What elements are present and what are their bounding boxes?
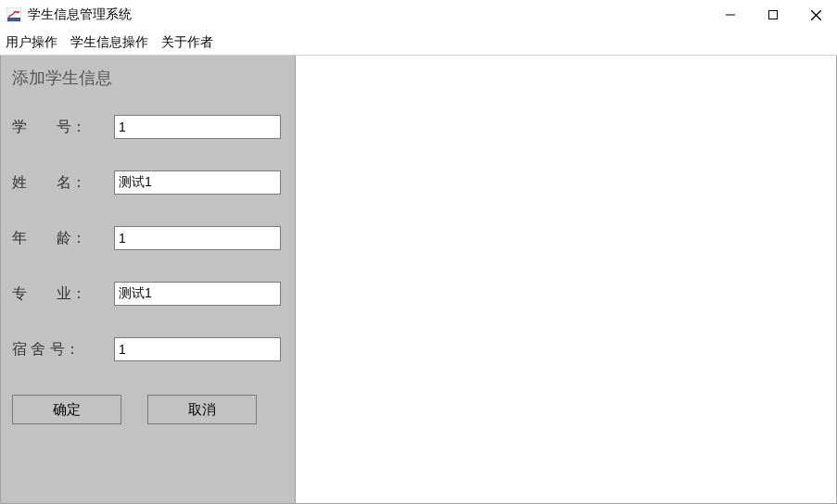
row-name: 姓 名： <box>12 170 285 195</box>
right-panel <box>296 56 836 503</box>
row-student-id: 学 号： <box>12 115 285 139</box>
titlebar: 学生信息管理系统 <box>0 0 837 30</box>
svg-rect-3 <box>769 11 778 19</box>
label-major: 专 业： <box>12 284 114 304</box>
label-student-id: 学 号： <box>12 118 114 137</box>
menu-about-author[interactable]: 关于作者 <box>161 34 213 51</box>
menubar: 用户操作 学生信息操作 关于作者 <box>0 30 837 56</box>
input-major[interactable] <box>114 282 281 306</box>
row-age: 年 龄： <box>12 226 285 250</box>
menu-student-info-ops[interactable]: 学生信息操作 <box>70 34 148 51</box>
window-title: 学生信息管理系统 <box>28 6 132 23</box>
content-area: 添加学生信息 学 号： 姓 名： 年 龄： 专 业： 宿 舍 号： 确定 取消 <box>0 56 837 504</box>
label-name: 姓 名： <box>12 173 114 193</box>
form-panel: 添加学生信息 学 号： 姓 名： 年 龄： 专 业： 宿 舍 号： 确定 取消 <box>1 56 296 503</box>
app-icon <box>6 6 22 23</box>
maximize-button[interactable] <box>752 0 794 30</box>
form-title: 添加学生信息 <box>12 67 285 89</box>
input-dorm[interactable] <box>114 337 281 361</box>
svg-rect-1 <box>7 18 20 21</box>
input-age[interactable] <box>114 226 281 250</box>
label-age: 年 龄： <box>12 229 114 248</box>
label-dorm: 宿 舍 号： <box>12 340 114 359</box>
input-student-id[interactable] <box>114 115 281 139</box>
window-controls <box>709 0 837 30</box>
cancel-button[interactable]: 取消 <box>147 395 257 424</box>
row-major: 专 业： <box>12 282 285 306</box>
input-name[interactable] <box>114 170 281 195</box>
menu-user-ops[interactable]: 用户操作 <box>6 34 57 51</box>
button-row: 确定 取消 <box>12 395 285 424</box>
row-dorm: 宿 舍 号： <box>12 337 285 361</box>
close-button[interactable] <box>794 0 837 30</box>
minimize-button[interactable] <box>709 0 752 30</box>
ok-button[interactable]: 确定 <box>12 395 121 424</box>
